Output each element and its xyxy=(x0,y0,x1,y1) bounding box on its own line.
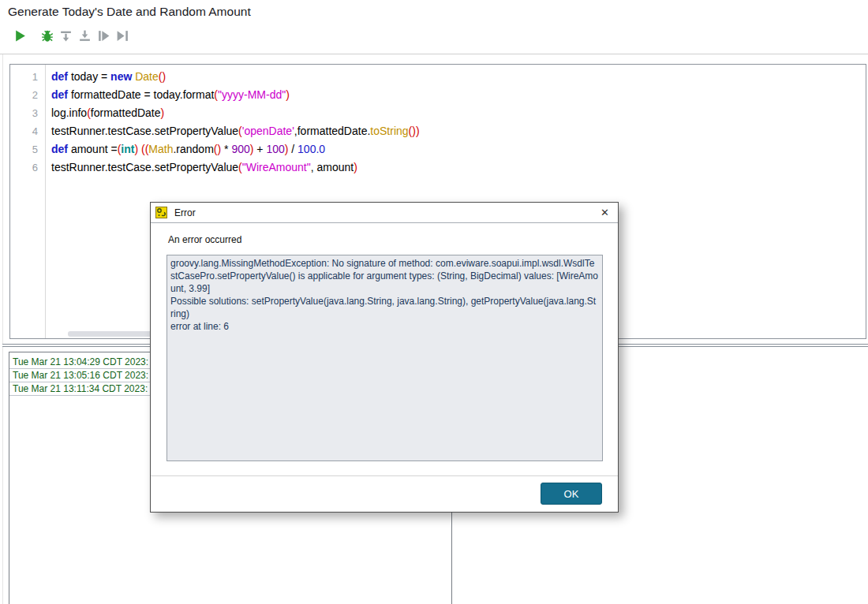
resume-icon[interactable] xyxy=(96,28,111,43)
error-dialog: Error ✕ An error occurred groovy.lang.Mi… xyxy=(150,202,619,513)
run-icon[interactable] xyxy=(13,28,28,43)
line-number: 3 xyxy=(10,104,45,122)
script-toolbar xyxy=(13,28,130,43)
header-divider xyxy=(0,54,868,54)
dialog-title: Error xyxy=(174,207,196,218)
line-number: 1 xyxy=(10,68,45,86)
dialog-titlebar[interactable]: Error ✕ xyxy=(151,203,618,223)
code-line[interactable]: testRunner.testCase.setPropertyValue("Wi… xyxy=(51,158,866,177)
soapui-groovy-editor-window: Generate Today's Date and Random Amount xyxy=(0,0,868,604)
line-number-gutter: 123456 xyxy=(10,65,46,338)
line-number: 4 xyxy=(10,122,45,140)
code-line[interactable]: def amount =(int) ((Math.random() * 900)… xyxy=(51,140,866,158)
code-line[interactable]: def today = new Date() xyxy=(51,68,866,86)
code-line[interactable]: testRunner.testCase.setPropertyValue('op… xyxy=(51,122,866,140)
error-summary-label: An error occurred xyxy=(168,234,241,245)
close-icon[interactable]: ✕ xyxy=(600,207,609,218)
line-number: 6 xyxy=(10,158,45,177)
line-number: 2 xyxy=(10,86,45,104)
dialog-footer-divider xyxy=(151,475,618,476)
ok-button[interactable]: OK xyxy=(541,483,602,505)
step-over-icon[interactable] xyxy=(58,28,73,43)
debug-icon[interactable] xyxy=(39,28,54,43)
line-number: 5 xyxy=(10,140,45,158)
code-line[interactable]: def formattedDate = today.format("yyyy-M… xyxy=(51,86,866,104)
code-line[interactable]: log.info(formattedDate) xyxy=(51,104,866,122)
error-detail-textarea[interactable]: groovy.lang.MissingMethodException: No s… xyxy=(166,255,603,461)
soapui-logo-icon xyxy=(155,207,167,218)
page-title: Generate Today's Date and Random Amount xyxy=(8,5,251,19)
step-into-icon[interactable] xyxy=(77,28,92,43)
panel-left-border xyxy=(2,54,3,604)
run-to-end-icon[interactable] xyxy=(115,28,130,43)
